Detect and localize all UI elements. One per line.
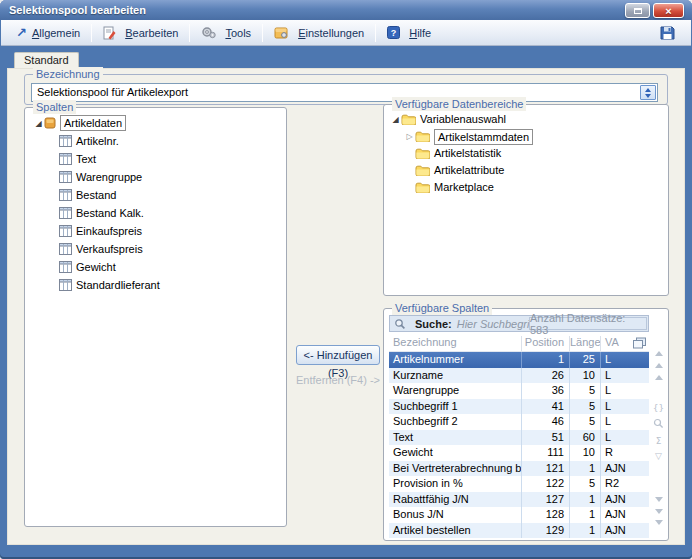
table-columns-icon xyxy=(59,153,72,165)
cell-laenge: 5 xyxy=(569,414,600,430)
table-row[interactable]: Warengruppe 36 5 L xyxy=(389,383,649,399)
remove-button-disabled[interactable]: Entfernen (F4) -> xyxy=(294,374,382,386)
cell-va: L xyxy=(600,383,649,399)
goto-last-icon[interactable] xyxy=(655,520,663,526)
toolbar-button-hilfe[interactable]: ? Hilfe xyxy=(379,23,439,42)
filter-icon[interactable]: ▽ xyxy=(655,452,662,461)
expander-expanded-icon[interactable]: ◢ xyxy=(390,115,401,124)
tree-item-einkaufspreis[interactable]: Einkaufspreis xyxy=(25,222,286,240)
table-row[interactable]: Suchbegriff 1 41 5 L xyxy=(389,399,649,415)
toolbar-button-bearbeiten[interactable]: Bearbeiten xyxy=(95,23,186,43)
column-header-laenge[interactable]: Länge xyxy=(569,336,600,351)
cell-bezeichnung: Kurzname xyxy=(389,368,521,384)
cell-position: 111 xyxy=(521,445,569,461)
datenbereiche-tree: ◢ Variablenauswahl ▷ Artikelstammdaten xyxy=(384,105,668,196)
grid-search-icon[interactable] xyxy=(653,418,664,431)
goto-first-icon[interactable] xyxy=(655,350,663,356)
tree-item-artikelnr[interactable]: Artikelnr. xyxy=(25,132,286,150)
table-row[interactable]: Artikel bestellen 129 1 AJN xyxy=(389,523,649,539)
close-button[interactable]: × xyxy=(653,3,684,18)
tree-item-artikelattribute[interactable]: Artikelattribute xyxy=(384,162,668,179)
restore-icon xyxy=(634,8,642,14)
table-row[interactable]: Rabattfähig J/N 127 1 AJN xyxy=(389,492,649,508)
tree-item-artikelstatistik[interactable]: Artikelstatistik xyxy=(384,145,668,162)
tree-item-label: Standardlieferant xyxy=(76,278,160,293)
move-up-icon[interactable] xyxy=(655,363,663,368)
save-button[interactable] xyxy=(655,23,684,43)
chevron-down-icon xyxy=(645,94,651,98)
app-window: Selektionspool bearbeiten × ↗ Allgemein … xyxy=(0,0,692,559)
tree-item-standardlieferant[interactable]: Standardlieferant xyxy=(25,276,286,294)
cell-position: 122 xyxy=(521,476,569,492)
cell-bezeichnung: Suchbegriff 1 xyxy=(389,399,521,415)
cell-va: R2 xyxy=(600,476,649,492)
column-chooser-icon[interactable] xyxy=(633,337,646,351)
toolbar-button-allgemein[interactable]: ↗ Allgemein xyxy=(8,24,88,42)
chevron-up-icon xyxy=(645,88,651,92)
cell-laenge: 5 xyxy=(569,399,600,415)
cell-position: 36 xyxy=(521,383,569,399)
cell-position: 46 xyxy=(521,414,569,430)
scroll-up-icon[interactable] xyxy=(655,375,663,380)
column-header-bezeichnung[interactable]: Bezeichnung xyxy=(389,336,521,351)
tree-node-variablenauswahl[interactable]: ◢ Variablenauswahl xyxy=(384,111,668,128)
tree-item-gewicht[interactable]: Gewicht xyxy=(25,258,286,276)
cell-bezeichnung: Provision in % xyxy=(389,476,521,492)
toolbar-separator xyxy=(189,24,190,42)
table-row[interactable]: Suchbegriff 2 46 5 L xyxy=(389,414,649,430)
expander-expanded-icon[interactable]: ◢ xyxy=(33,119,44,128)
cell-va: L xyxy=(600,399,649,415)
expander-collapsed-icon[interactable]: ▷ xyxy=(404,132,415,141)
cell-laenge: 25 xyxy=(569,352,600,368)
group-label-verfuegbare-spalten: Verfügbare Spalten xyxy=(392,301,492,315)
tab-standard[interactable]: Standard xyxy=(14,52,79,68)
tree-node-artikeldaten[interactable]: ◢ Artikeldaten xyxy=(25,114,286,132)
cell-bezeichnung: Artikel bestellen xyxy=(389,523,521,539)
group-label-spalten: Spalten xyxy=(33,100,76,114)
add-button[interactable]: <- Hinzufügen (F3) xyxy=(296,345,380,365)
tree-item-text[interactable]: Text xyxy=(25,150,286,168)
restore-button[interactable] xyxy=(625,3,650,18)
table-row[interactable]: Bonus J/N 128 1 AJN xyxy=(389,507,649,523)
table-columns-icon xyxy=(59,207,72,219)
cell-va: AJN xyxy=(600,492,649,508)
table-row-selected[interactable]: Artikelnummer 1 25 L xyxy=(389,352,649,368)
toolbar-button-tools[interactable]: Tools xyxy=(193,23,259,42)
data-package-icon xyxy=(44,117,56,129)
tree-item-artikelstammdaten[interactable]: ▷ Artikelstammdaten xyxy=(384,128,668,145)
tree-item-bestand-kalk[interactable]: Bestand Kalk. xyxy=(25,204,286,222)
bezeichnung-combobox[interactable]: Selektionspool für Artikelexport xyxy=(31,83,658,102)
tree-item-warengruppe[interactable]: Warengruppe xyxy=(25,168,286,186)
group-spalten: Spalten ◢ Artikeldaten Artikelnr. Text xyxy=(24,107,287,527)
tree-item-marketplace[interactable]: Marketplace xyxy=(384,179,668,196)
toolbar-label-bearbeiten: Bearbeiten xyxy=(125,27,178,39)
tree-item-label-selected: Artikelstammdaten xyxy=(434,129,533,145)
table-row[interactable]: Gewicht 111 10 R xyxy=(389,445,649,461)
table-row[interactable]: Provision in % 122 5 R2 xyxy=(389,476,649,492)
table-row[interactable]: Bei Vertreterabrechnung berücksichtige 1… xyxy=(389,461,649,477)
gears-icon xyxy=(201,26,216,39)
cell-laenge: 1 xyxy=(569,461,600,477)
column-header-position[interactable]: Position xyxy=(521,336,569,351)
tree-item-bestand[interactable]: Bestand xyxy=(25,186,286,204)
toolbar-label-einstellungen: Einstellungen xyxy=(298,27,364,39)
cell-va: L xyxy=(600,430,649,446)
close-icon: × xyxy=(665,5,671,17)
toolbar-button-einstellungen[interactable]: Einstellungen xyxy=(266,23,372,42)
move-down-icon[interactable] xyxy=(655,509,663,514)
brackets-icon[interactable]: {} xyxy=(653,404,664,413)
cell-va: AJN xyxy=(600,523,649,539)
table-row[interactable]: Text 51 60 L xyxy=(389,430,649,446)
tree-item-verkaufspreis[interactable]: Verkaufspreis xyxy=(25,240,286,258)
cell-laenge: 1 xyxy=(569,507,600,523)
table-row[interactable]: Kurzname 26 10 L xyxy=(389,368,649,384)
tree-item-label: Einkaufspreis xyxy=(76,224,142,239)
svg-text:?: ? xyxy=(391,28,397,38)
sum-icon[interactable]: Σ xyxy=(656,437,662,446)
combobox-dropdown-button[interactable] xyxy=(640,85,656,100)
tree-item-label: Artikelattribute xyxy=(434,163,504,178)
search-bar[interactable]: Suche: Hier Suchbegriff einge Anzahl Dat… xyxy=(389,315,649,332)
scroll-down-icon[interactable] xyxy=(655,497,663,502)
cell-bezeichnung: Warengruppe xyxy=(389,383,521,399)
cell-laenge: 1 xyxy=(569,523,600,539)
